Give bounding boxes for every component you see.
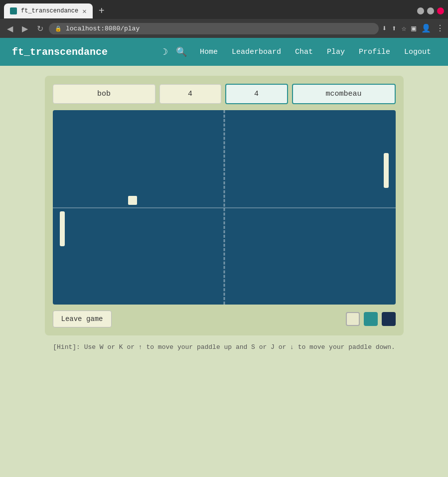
game-controls: Leave game [53,311,396,327]
tab-bar: ft_transcendance ✕ + [0,0,448,19]
navbar-icon-group: ☽ 🔍 [162,46,187,57]
nav-play[interactable]: Play [322,45,350,59]
theme-swatch-teal[interactable] [364,312,378,326]
tab-favicon [10,7,17,14]
tab-title: ft_transcendance [21,7,78,14]
url-text: localhost:8080/play [66,25,140,32]
back-button[interactable]: ◀ [4,24,16,33]
download-icon[interactable]: ⬇ [382,23,387,33]
app-logo: ft_transcendance [12,46,162,58]
maximize-button[interactable] [427,7,434,14]
ball [128,196,137,205]
score-left: 4 [188,90,192,98]
mid-horizontal-line [53,207,396,208]
nav-logout[interactable]: Logout [399,45,436,59]
browser-controls: ◀ ▶ ↻ 🔒 localhost:8080/play ⬇ ⬆ ☆ ▣ 👤 ⋮ [0,19,448,38]
app-navbar: ft_transcendance ☽ 🔍 Home Leaderboard Ch… [0,38,448,66]
tab-close-button[interactable]: ✕ [82,7,86,15]
reload-button[interactable]: ↻ [34,24,46,33]
score-right-box: 4 [225,84,288,104]
nav-leaderboard[interactable]: Leaderboard [227,45,286,59]
forward-button[interactable]: ▶ [19,24,31,33]
profile-icon[interactable]: 👤 [421,23,431,33]
share-icon[interactable]: ⬆ [392,23,397,33]
bookmark-icon[interactable]: ☆ [402,23,407,33]
leave-game-button[interactable]: Leave game [53,311,112,327]
browser-chrome: ft_transcendance ✕ + ◀ ▶ ↻ 🔒 localhost:8… [0,0,448,38]
nav-chat[interactable]: Chat [290,45,318,59]
browser-actions: ⬇ ⬆ ☆ ▣ 👤 ⋮ [382,23,444,33]
close-button[interactable] [437,7,444,14]
score-right: 4 [254,90,259,98]
minimize-button[interactable] [417,7,424,14]
paddle-right [384,153,389,188]
new-tab-button[interactable]: + [95,5,109,17]
page-content: bob 4 4 mcombeau Leave game [0,66,448,477]
hint-text: [Hint]: Use W or K or ↑ to move your pad… [45,343,404,351]
address-bar[interactable]: 🔒 localhost:8080/play [49,23,379,34]
player-left-name: bob [97,90,111,98]
traffic-lights [417,7,444,14]
theme-swatch-dark[interactable] [382,312,396,326]
nav-home[interactable]: Home [195,45,223,59]
search-icon[interactable]: 🔍 [176,46,187,57]
game-canvas [53,110,396,305]
player-left-box: bob [53,84,155,104]
split-view-icon[interactable]: ▣ [411,23,416,33]
menu-icon[interactable]: ⋮ [436,23,444,33]
player-right-name: mcombeau [325,90,361,98]
score-left-box: 4 [159,84,221,104]
theme-swatches [346,312,396,326]
lock-icon: 🔒 [55,25,62,32]
nav-profile[interactable]: Profile [354,45,395,59]
paddle-left [60,211,65,246]
player-right-box: mcombeau [292,84,396,104]
active-tab[interactable]: ft_transcendance ✕ [4,3,93,18]
navbar-links: Home Leaderboard Chat Play Profile Logou… [195,45,436,59]
theme-toggle-icon[interactable]: ☽ [162,46,168,57]
theme-swatch-light[interactable] [346,312,360,326]
game-card: bob 4 4 mcombeau Leave game [45,76,404,335]
score-row: bob 4 4 mcombeau [53,84,396,104]
